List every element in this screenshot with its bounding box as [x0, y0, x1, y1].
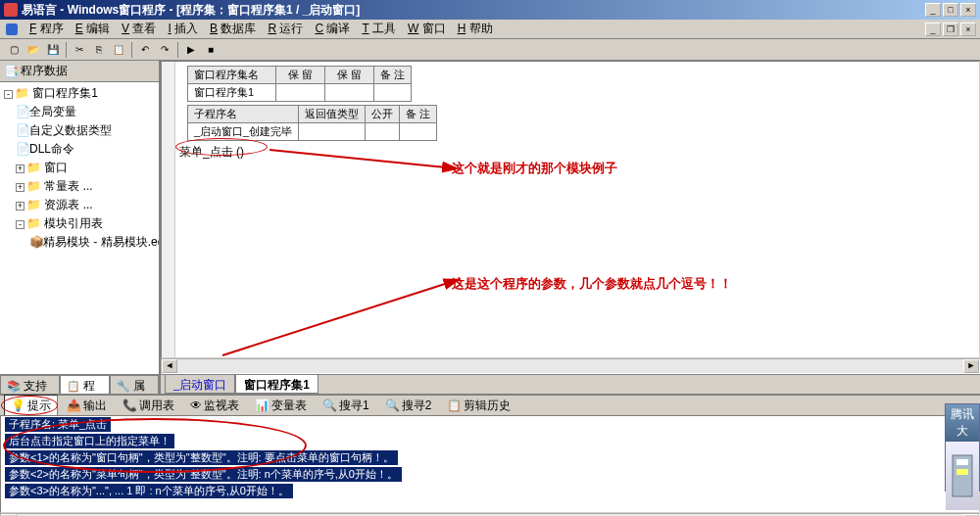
menu-database[interactable]: B 数据库 — [204, 19, 262, 39]
tree-item-modules[interactable]: -📁 模块引用表 — [2, 214, 157, 233]
tree-item-module-file[interactable]: 📦精易模块 - 精易模块.ec — [2, 233, 157, 252]
menu-tools[interactable]: T 工具 — [356, 19, 401, 39]
menu-window[interactable]: W 窗口 — [402, 19, 452, 39]
svg-line-1 — [270, 150, 446, 167]
scroll-left-button[interactable]: ◄ — [162, 359, 177, 373]
tree-item-globals[interactable]: 📄全局变量 — [2, 103, 157, 121]
toolbar: ▢ 📂 💾 ✂ ⎘ 📋 ↶ ↷ ▶ ■ — [0, 39, 980, 61]
tab-properties[interactable]: 🔧 属性 — [110, 375, 159, 394]
menu-insert[interactable]: I 插入 — [162, 19, 204, 39]
output-tab-search2[interactable]: 🔍搜寻2 — [378, 395, 439, 417]
tree-item-const[interactable]: +📁 常量表 ... — [2, 177, 157, 196]
output-tab-clip[interactable]: 📋剪辑历史 — [440, 395, 517, 417]
tool-run[interactable]: ▶ — [182, 41, 200, 59]
output-line: 参数<1>的名称为"窗口句柄"，类型为"整数型"。注明: 要点击菜单的窗口句柄！… — [5, 450, 398, 465]
tab-support-lib[interactable]: 📚 支持库 — [0, 375, 60, 394]
tree-header: 📑 程序数据 — [0, 61, 159, 82]
notification-popup[interactable]: 腾讯大 — [945, 403, 980, 492]
expand-icon[interactable]: - — [4, 90, 13, 99]
tool-copy[interactable]: ⎘ — [90, 41, 108, 59]
output-tab-output[interactable]: 📤输出 — [60, 395, 114, 417]
mdi-close-button[interactable]: × — [960, 23, 976, 36]
menubar: F 程序 E 编辑 V 查看 I 插入 B 数据库 R 运行 C 编译 T 工具… — [0, 20, 980, 39]
menu-logo-icon — [4, 22, 20, 37]
mdi-restore-button[interactable]: ❐ — [943, 23, 958, 36]
expand-icon[interactable]: + — [16, 202, 24, 211]
editor-tab-assembly-1[interactable]: 窗口程序集1 — [235, 375, 318, 394]
tree-root-node[interactable]: -📁 窗口程序集1 — [2, 84, 157, 103]
output-tab-calltable[interactable]: 📞调用表 — [116, 395, 181, 417]
tool-paste[interactable]: 📋 — [110, 41, 127, 59]
editor-tab-startup-window[interactable]: _启动窗口 — [165, 375, 235, 394]
titlebar: 易语言 - Windows窗口程序 - [程序集：窗口程序集1 / _启动窗口]… — [0, 0, 980, 20]
tool-save[interactable]: 💾 — [44, 41, 62, 59]
expand-icon[interactable]: + — [16, 164, 24, 173]
tree-item-dll[interactable]: 📄DLL命令 — [2, 140, 157, 159]
output-tab-search1[interactable]: 🔍搜寻1 — [316, 395, 376, 417]
editor-tabs: _启动窗口 窗口程序集1 — [161, 374, 980, 394]
project-tree[interactable]: -📁 窗口程序集1 📄全局变量 📄自定义数据类型 📄DLL命令 +📁 窗口 +📁… — [0, 82, 159, 374]
output-line: 后台点击指定窗口上的指定菜单！ — [5, 434, 174, 448]
tree-item-window[interactable]: +📁 窗口 — [2, 159, 157, 177]
maximize-button[interactable]: □ — [943, 3, 958, 17]
scroll-right-button[interactable]: ► — [963, 359, 979, 373]
annotation-ellipse-1 — [175, 138, 268, 156]
mdi-minimize-button[interactable]: _ — [925, 23, 941, 36]
expand-icon[interactable]: - — [16, 220, 24, 229]
svg-rect-5 — [956, 469, 968, 475]
output-tab-vars[interactable]: 📊变量表 — [248, 395, 314, 417]
minimize-button[interactable]: _ — [925, 3, 941, 17]
tab-program[interactable]: 📋 程序 — [60, 375, 109, 394]
popup-body — [946, 442, 979, 510]
tool-open[interactable]: 📂 — [24, 41, 42, 59]
menu-help[interactable]: H 帮助 — [452, 19, 499, 39]
output-tabs: 💡提示 📤输出 📞调用表 👁监视表 📊变量表 🔍搜寻1 🔍搜寻2 📋剪辑历史 — [0, 394, 980, 415]
svg-rect-4 — [956, 459, 968, 465]
left-panel-tabs: 📚 支持库 📋 程序 🔧 属性 — [0, 374, 159, 394]
left-panel: 📑 程序数据 -📁 窗口程序集1 📄全局变量 📄自定义数据类型 📄DLL命令 +… — [0, 61, 161, 394]
svg-line-2 — [222, 283, 448, 355]
app-icon — [4, 3, 18, 17]
subroutine-header-table: 子程序名返回值类型公开备 注 _启动窗口_创建完毕 — [187, 105, 437, 141]
menu-view[interactable]: V 查看 — [116, 19, 162, 39]
editor-gutter — [162, 62, 175, 357]
menu-edit[interactable]: E 编辑 — [70, 19, 116, 39]
annotation-text-1: 这个就是刚才的那个模块例子 — [452, 160, 617, 177]
menu-program[interactable]: F 程序 — [24, 19, 70, 39]
tool-cut[interactable]: ✂ — [71, 41, 88, 59]
output-line: 子程序名: 菜单_点击 — [5, 417, 111, 432]
tool-new[interactable]: ▢ — [5, 41, 23, 59]
editor-panel: 窗口程序集名保 留保 留备 注 窗口程序集1 子程序名返回值类型公开备 注 _启… — [161, 61, 980, 394]
output-panel[interactable]: 子程序名: 菜单_点击 后台点击指定窗口上的指定菜单！ 参数<1>的名称为"窗口… — [0, 415, 980, 513]
output-line: 参数<2>的名称为"菜单句柄"，类型为"整数型"。注明: n个菜单的序号,从0开… — [5, 467, 402, 482]
expand-icon[interactable]: + — [16, 183, 24, 192]
tool-redo[interactable]: ↷ — [156, 41, 173, 59]
close-button[interactable]: × — [960, 3, 976, 17]
tool-undo[interactable]: ↶ — [136, 41, 154, 59]
code-editor[interactable]: 窗口程序集名保 留保 留备 注 窗口程序集1 子程序名返回值类型公开备 注 _启… — [161, 61, 980, 358]
tree-item-resource[interactable]: +📁 资源表 ... — [2, 196, 157, 214]
output-tab-tips[interactable]: 💡提示 — [4, 395, 58, 417]
popup-title: 腾讯大 — [946, 404, 979, 442]
output-line: 参数<3>的名称为"...", ... 1 即 : n个菜单的序号,从0开始！。 — [5, 484, 293, 498]
tree-item-types[interactable]: 📄自定义数据类型 — [2, 121, 157, 140]
menu-run[interactable]: R 运行 — [262, 19, 309, 39]
menu-compile[interactable]: C 编译 — [309, 19, 356, 39]
tree-title: 程序数据 — [21, 63, 68, 79]
tree-root-icon: 📑 — [4, 65, 19, 78]
editor-hscroll[interactable]: ◄ ► — [161, 358, 980, 374]
annotation-text-2: 这是这个程序的参数，几个参数就点几个逗号！！ — [452, 275, 732, 293]
tool-stop[interactable]: ■ — [202, 41, 220, 59]
window-title: 易语言 - Windows窗口程序 - [程序集：窗口程序集1 / _启动窗口] — [22, 2, 925, 19]
output-tab-watch[interactable]: 👁监视表 — [183, 395, 246, 417]
svg-rect-0 — [6, 23, 18, 35]
assembly-header-table: 窗口程序集名保 留保 留备 注 窗口程序集1 — [187, 66, 412, 102]
